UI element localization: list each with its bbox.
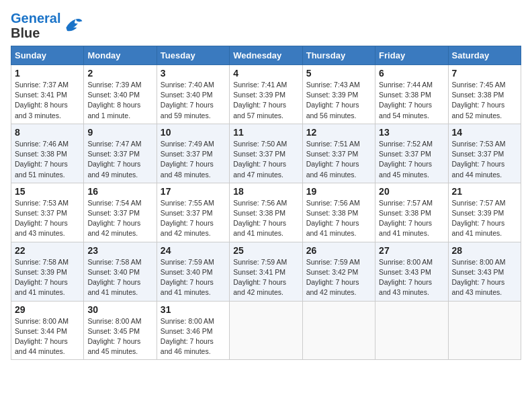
day-header-wednesday: Wednesday: [230, 46, 302, 65]
day-number: 19: [306, 186, 371, 197]
calendar-cell: 19 Sunrise: 7:56 AM Sunset: 3:38 PM Dayl…: [302, 183, 375, 242]
day-info: Sunrise: 7:57 AM Sunset: 3:39 PM Dayligh…: [452, 198, 517, 239]
calendar-cell: 27 Sunrise: 8:00 AM Sunset: 3:43 PM Dayl…: [375, 242, 448, 301]
calendar-cell: 9 Sunrise: 7:47 AM Sunset: 3:37 PM Dayli…: [84, 124, 157, 183]
day-info: Sunrise: 8:00 AM Sunset: 3:46 PM Dayligh…: [161, 316, 226, 357]
day-number: 11: [233, 127, 298, 138]
day-number: 13: [379, 127, 444, 138]
day-info: Sunrise: 7:43 AM Sunset: 3:39 PM Dayligh…: [306, 80, 371, 121]
calendar-cell: 25 Sunrise: 7:59 AM Sunset: 3:41 PM Dayl…: [230, 242, 302, 301]
day-number: 1: [15, 68, 80, 79]
calendar-cell: 24 Sunrise: 7:59 AM Sunset: 3:40 PM Dayl…: [157, 242, 229, 301]
calendar-cell: 1 Sunrise: 7:37 AM Sunset: 3:41 PM Dayli…: [11, 65, 84, 124]
day-number: 10: [161, 127, 226, 138]
day-info: Sunrise: 7:57 AM Sunset: 3:38 PM Dayligh…: [379, 198, 444, 239]
day-info: Sunrise: 7:52 AM Sunset: 3:37 PM Dayligh…: [379, 139, 444, 180]
calendar-cell: 30 Sunrise: 8:00 AM Sunset: 3:45 PM Dayl…: [84, 301, 157, 360]
day-info: Sunrise: 8:00 AM Sunset: 3:43 PM Dayligh…: [379, 257, 444, 298]
day-info: Sunrise: 7:50 AM Sunset: 3:37 PM Dayligh…: [233, 139, 298, 180]
calendar-cell: 22 Sunrise: 7:58 AM Sunset: 3:39 PM Dayl…: [11, 242, 84, 301]
day-info: Sunrise: 7:56 AM Sunset: 3:38 PM Dayligh…: [233, 198, 298, 239]
day-number: 16: [87, 186, 152, 197]
day-header-saturday: Saturday: [448, 46, 521, 65]
day-info: Sunrise: 7:51 AM Sunset: 3:37 PM Dayligh…: [306, 139, 371, 180]
calendar-cell: 29 Sunrise: 8:00 AM Sunset: 3:44 PM Dayl…: [11, 301, 84, 360]
day-number: 12: [306, 127, 371, 138]
day-info: Sunrise: 7:53 AM Sunset: 3:37 PM Dayligh…: [452, 139, 517, 180]
day-number: 3: [161, 68, 226, 79]
page-header: GeneralBlue: [11, 11, 521, 40]
calendar-cell: 31 Sunrise: 8:00 AM Sunset: 3:46 PM Dayl…: [157, 301, 229, 360]
day-number: 17: [161, 186, 226, 197]
day-number: 2: [87, 68, 152, 79]
day-info: Sunrise: 7:59 AM Sunset: 3:40 PM Dayligh…: [161, 257, 226, 298]
day-number: 25: [233, 245, 298, 256]
day-info: Sunrise: 7:58 AM Sunset: 3:40 PM Dayligh…: [87, 257, 152, 298]
day-info: Sunrise: 7:44 AM Sunset: 3:38 PM Dayligh…: [379, 80, 444, 121]
day-info: Sunrise: 7:45 AM Sunset: 3:38 PM Dayligh…: [452, 80, 517, 121]
day-info: Sunrise: 7:39 AM Sunset: 3:40 PM Dayligh…: [87, 80, 152, 121]
calendar-cell: [448, 301, 521, 360]
calendar-cell: [375, 301, 448, 360]
day-info: Sunrise: 7:59 AM Sunset: 3:42 PM Dayligh…: [306, 257, 371, 298]
calendar-cell: [302, 301, 375, 360]
logo-text: GeneralBlue: [11, 11, 60, 40]
day-number: 8: [15, 127, 80, 138]
calendar-week-row: 8 Sunrise: 7:46 AM Sunset: 3:38 PM Dayli…: [11, 124, 521, 183]
logo-bird-icon: [62, 16, 83, 35]
calendar-week-row: 22 Sunrise: 7:58 AM Sunset: 3:39 PM Dayl…: [11, 242, 521, 301]
calendar-cell: 3 Sunrise: 7:40 AM Sunset: 3:40 PM Dayli…: [157, 65, 229, 124]
day-info: Sunrise: 7:54 AM Sunset: 3:37 PM Dayligh…: [87, 198, 152, 239]
day-number: 29: [15, 304, 80, 315]
calendar-cell: 26 Sunrise: 7:59 AM Sunset: 3:42 PM Dayl…: [302, 242, 375, 301]
calendar-cell: 5 Sunrise: 7:43 AM Sunset: 3:39 PM Dayli…: [302, 65, 375, 124]
calendar-cell: 17 Sunrise: 7:55 AM Sunset: 3:37 PM Dayl…: [157, 183, 229, 242]
day-number: 20: [379, 186, 444, 197]
day-number: 7: [452, 68, 517, 79]
calendar-cell: 7 Sunrise: 7:45 AM Sunset: 3:38 PM Dayli…: [448, 65, 521, 124]
day-number: 14: [452, 127, 517, 138]
day-header-sunday: Sunday: [11, 46, 84, 65]
calendar-cell: 4 Sunrise: 7:41 AM Sunset: 3:39 PM Dayli…: [230, 65, 302, 124]
calendar-table: SundayMondayTuesdayWednesdayThursdayFrid…: [11, 46, 521, 360]
day-number: 21: [452, 186, 517, 197]
calendar-week-row: 15 Sunrise: 7:53 AM Sunset: 3:37 PM Dayl…: [11, 183, 521, 242]
calendar-cell: 13 Sunrise: 7:52 AM Sunset: 3:37 PM Dayl…: [375, 124, 448, 183]
day-info: Sunrise: 8:00 AM Sunset: 3:43 PM Dayligh…: [452, 257, 517, 298]
day-info: Sunrise: 7:47 AM Sunset: 3:37 PM Dayligh…: [87, 139, 152, 180]
calendar-cell: 2 Sunrise: 7:39 AM Sunset: 3:40 PM Dayli…: [84, 65, 157, 124]
calendar-cell: 28 Sunrise: 8:00 AM Sunset: 3:43 PM Dayl…: [448, 242, 521, 301]
day-info: Sunrise: 7:49 AM Sunset: 3:37 PM Dayligh…: [161, 139, 226, 180]
day-number: 31: [161, 304, 226, 315]
calendar-cell: 14 Sunrise: 7:53 AM Sunset: 3:37 PM Dayl…: [448, 124, 521, 183]
day-info: Sunrise: 7:58 AM Sunset: 3:39 PM Dayligh…: [15, 257, 80, 298]
calendar-cell: [230, 301, 302, 360]
day-info: Sunrise: 7:59 AM Sunset: 3:41 PM Dayligh…: [233, 257, 298, 298]
day-number: 18: [233, 186, 298, 197]
calendar-cell: 10 Sunrise: 7:49 AM Sunset: 3:37 PM Dayl…: [157, 124, 229, 183]
calendar-cell: 11 Sunrise: 7:50 AM Sunset: 3:37 PM Dayl…: [230, 124, 302, 183]
calendar-cell: 20 Sunrise: 7:57 AM Sunset: 3:38 PM Dayl…: [375, 183, 448, 242]
logo: GeneralBlue: [11, 11, 83, 40]
day-info: Sunrise: 7:37 AM Sunset: 3:41 PM Dayligh…: [15, 80, 80, 121]
day-number: 4: [233, 68, 298, 79]
calendar-cell: 12 Sunrise: 7:51 AM Sunset: 3:37 PM Dayl…: [302, 124, 375, 183]
day-header-monday: Monday: [84, 46, 157, 65]
day-info: Sunrise: 8:00 AM Sunset: 3:44 PM Dayligh…: [15, 316, 80, 357]
day-header-friday: Friday: [375, 46, 448, 65]
calendar-cell: 21 Sunrise: 7:57 AM Sunset: 3:39 PM Dayl…: [448, 183, 521, 242]
calendar-cell: 23 Sunrise: 7:58 AM Sunset: 3:40 PM Dayl…: [84, 242, 157, 301]
day-info: Sunrise: 7:53 AM Sunset: 3:37 PM Dayligh…: [15, 198, 80, 239]
day-info: Sunrise: 7:41 AM Sunset: 3:39 PM Dayligh…: [233, 80, 298, 121]
calendar-week-row: 29 Sunrise: 8:00 AM Sunset: 3:44 PM Dayl…: [11, 301, 521, 360]
day-number: 30: [87, 304, 152, 315]
calendar-header-row: SundayMondayTuesdayWednesdayThursdayFrid…: [11, 46, 521, 65]
calendar-cell: 16 Sunrise: 7:54 AM Sunset: 3:37 PM Dayl…: [84, 183, 157, 242]
day-info: Sunrise: 8:00 AM Sunset: 3:45 PM Dayligh…: [87, 316, 152, 357]
day-info: Sunrise: 7:40 AM Sunset: 3:40 PM Dayligh…: [161, 80, 226, 121]
day-number: 9: [87, 127, 152, 138]
calendar-cell: 15 Sunrise: 7:53 AM Sunset: 3:37 PM Dayl…: [11, 183, 84, 242]
day-number: 24: [161, 245, 226, 256]
day-header-thursday: Thursday: [302, 46, 375, 65]
day-number: 5: [306, 68, 371, 79]
